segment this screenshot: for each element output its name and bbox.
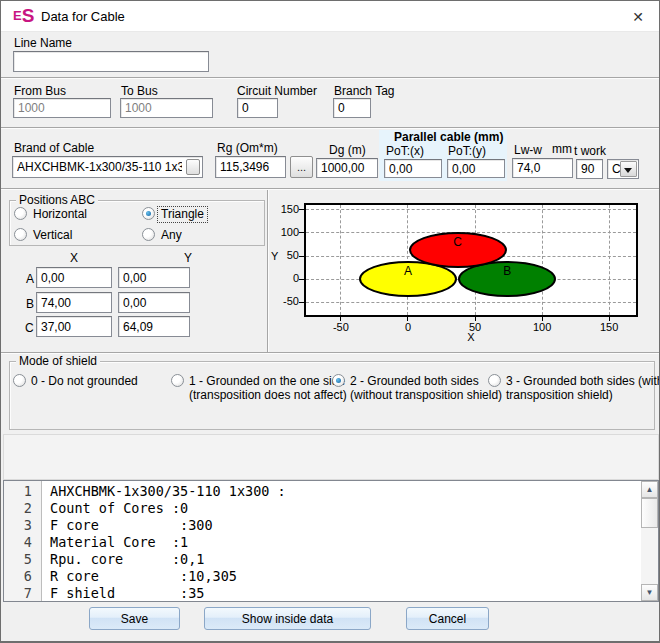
console-line-number: 5 xyxy=(4,551,32,568)
scroll-down-icon[interactable]: ▼ xyxy=(641,584,658,601)
parallel-cable-title: Parallel cable (mm) xyxy=(394,131,503,144)
positions-abc-title: Positions ABC xyxy=(16,193,98,207)
show-inside-data-button[interactable]: Show inside data xyxy=(204,607,371,630)
console-line-number: 2 xyxy=(4,500,32,517)
radio-shield-2-label2: (without transposition shield) xyxy=(350,389,502,402)
chevron-down-icon[interactable] xyxy=(620,161,637,177)
save-button[interactable]: Save xyxy=(89,607,180,630)
a-x-input[interactable] xyxy=(36,267,112,288)
branch-tag-input[interactable] xyxy=(333,98,371,118)
potx-input[interactable] xyxy=(384,159,442,178)
from-bus-input[interactable] xyxy=(13,98,111,118)
radio-vertical[interactable] xyxy=(14,228,27,241)
console-line-text: Material Core :1 xyxy=(50,534,188,551)
x-gridline xyxy=(542,205,543,315)
console-line-text: AHXCHBMK-1x300/35-110 1x300 : xyxy=(50,483,286,500)
c-x-input[interactable] xyxy=(36,316,112,337)
close-icon[interactable]: ✕ xyxy=(625,4,651,28)
console-lines: 1AHXCHBMK-1x300/35-110 1x300 :2Count of … xyxy=(4,483,640,602)
y-tick-mark xyxy=(299,302,304,303)
console-line-number: 3 xyxy=(4,517,32,534)
brand-of-cable-input[interactable] xyxy=(12,156,203,178)
x-tick-label: 150 xyxy=(589,321,629,333)
row-c-label: C xyxy=(25,322,34,335)
dg-input[interactable] xyxy=(316,158,378,178)
rg-label: Rg (Om*m) xyxy=(217,142,278,155)
x-gridline xyxy=(609,205,610,315)
b-y-input[interactable] xyxy=(118,292,190,313)
brand-dropdown-button[interactable] xyxy=(186,159,200,175)
console-line: 3F core :300 xyxy=(4,517,640,534)
console-line: 4Material Core :1 xyxy=(4,534,640,551)
cancel-button[interactable]: Cancel xyxy=(406,607,489,630)
divider xyxy=(1,127,659,129)
rg-input[interactable] xyxy=(215,156,286,178)
radio-shield-1-label[interactable]: 1 - Grounded on the one side xyxy=(189,375,345,388)
y-tick-label: 100 xyxy=(269,226,299,238)
radio-shield-1[interactable] xyxy=(171,374,184,387)
y-gridline xyxy=(306,209,636,210)
radio-shield-3-label[interactable]: 3 - Grounded both sides (with xyxy=(506,375,660,388)
console-line: 1AHXCHBMK-1x300/35-110 1x300 : xyxy=(4,483,640,500)
console-line: 6R core :10,305 xyxy=(4,568,640,585)
poty-label: PoT:(y) xyxy=(448,145,486,158)
radio-shield-3[interactable] xyxy=(488,374,501,387)
console-line-text: R core :10,305 xyxy=(50,568,237,585)
window-title: Data for Cable xyxy=(41,9,125,24)
y-gridline xyxy=(306,302,636,303)
y-tick-label: 0 xyxy=(269,272,299,284)
radio-shield-0[interactable] xyxy=(13,374,26,387)
title-bar: ES Data for Cable ✕ xyxy=(1,1,659,32)
a-y-input[interactable] xyxy=(118,267,190,288)
console-line-number: 7 xyxy=(4,585,32,602)
row-a-label: A xyxy=(26,273,34,286)
vertical-scrollbar[interactable]: ▲ ▼ xyxy=(641,481,658,601)
data-for-cable-dialog: ES Data for Cable ✕ Line Name From Bus T… xyxy=(0,0,660,643)
radio-horizontal[interactable] xyxy=(14,207,27,220)
divider xyxy=(1,188,659,190)
cable-ellipse-label-C: C xyxy=(438,235,478,249)
potx-label: PoT:(x) xyxy=(386,145,424,158)
console-line: 5Rpu. core :0,1 xyxy=(4,551,640,568)
cable-ellipse-label-A: A xyxy=(388,264,428,278)
radio-shield-2[interactable] xyxy=(332,374,345,387)
x-tick-label: -50 xyxy=(321,321,361,333)
lww-label: Lw-w xyxy=(514,144,542,157)
console-line-number: 4 xyxy=(4,534,32,551)
mode-of-shield-title: Mode of shield xyxy=(16,354,100,368)
x-tick-label: 100 xyxy=(522,321,562,333)
b-x-input[interactable] xyxy=(36,292,112,313)
to-bus-label: To Bus xyxy=(121,85,158,98)
radio-vertical-label[interactable]: Vertical xyxy=(33,229,72,242)
c-y-input[interactable] xyxy=(118,316,190,337)
scrollbar-thumb[interactable] xyxy=(641,498,658,528)
scroll-up-icon[interactable]: ▲ xyxy=(641,481,658,498)
radio-shield-0-label[interactable]: 0 - Do not grounded xyxy=(31,375,138,388)
x-gridline xyxy=(407,205,408,315)
y-tick-mark xyxy=(299,232,304,233)
lww-input[interactable] xyxy=(512,158,573,178)
radio-triangle-label[interactable]: Triangle xyxy=(158,207,207,222)
to-bus-input[interactable] xyxy=(120,98,213,118)
chart-plot-area: ABC xyxy=(304,203,638,317)
radio-any-label[interactable]: Any xyxy=(161,229,182,242)
line-name-input[interactable] xyxy=(13,51,209,72)
y-tick-label: -50 xyxy=(269,295,299,307)
radio-horizontal-label[interactable]: Horizontal xyxy=(33,208,87,221)
x-tick-label: 50 xyxy=(455,321,495,333)
rg-more-button[interactable]: ... xyxy=(290,156,313,178)
console-line-number: 1 xyxy=(4,483,32,500)
console-line-number: 6 xyxy=(4,568,32,585)
radio-triangle[interactable] xyxy=(142,207,155,220)
twork-label: t work xyxy=(574,145,606,158)
x-tick-label: 0 xyxy=(388,321,428,333)
poty-input[interactable] xyxy=(447,159,505,178)
circuit-number-input[interactable] xyxy=(237,98,278,118)
radio-shield-3-label2: transposition shield) xyxy=(506,389,613,402)
cable-data-console[interactable]: 1AHXCHBMK-1x300/35-110 1x300 :2Count of … xyxy=(3,480,659,602)
twork-input[interactable] xyxy=(576,159,603,179)
radio-shield-2-label[interactable]: 2 - Grounded both sides xyxy=(350,375,479,388)
radio-any[interactable] xyxy=(142,228,155,241)
twork-unit-combo[interactable]: C xyxy=(607,159,639,179)
line-name-label: Line Name xyxy=(14,37,72,50)
